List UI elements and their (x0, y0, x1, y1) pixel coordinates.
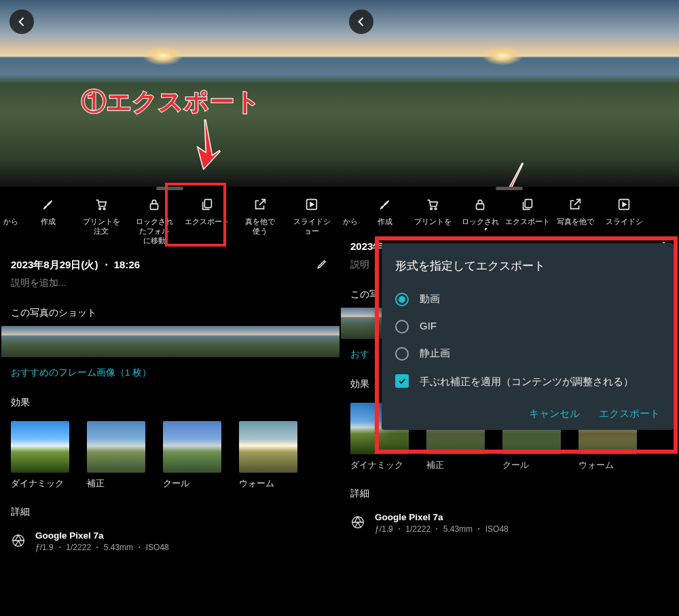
dialog-cancel-button[interactable]: キャンセル (529, 407, 580, 420)
toolbar-item-print[interactable]: プリントを 注文 (75, 193, 128, 245)
effects-section-title: 効果 (0, 379, 340, 416)
shots-strip[interactable] (0, 326, 340, 357)
radio-option-still[interactable]: 静止画 (395, 340, 660, 367)
date-text: 2023年8月29日(火) ・ 18:26 (11, 259, 140, 272)
effect-thumb (11, 421, 69, 473)
aperture-icon (350, 515, 365, 532)
toolbar-item-create[interactable]: 作成 (22, 193, 75, 245)
cart-icon (425, 197, 440, 212)
device-subline: ƒ/1.9 ・ 1/2222 ・ 5.43mm ・ ISO48 (375, 524, 509, 535)
open-in-icon (253, 197, 268, 212)
play-square-icon (617, 197, 631, 212)
shot-thumb[interactable] (327, 326, 340, 357)
radio-indicator (395, 347, 409, 361)
shot-thumb[interactable] (99, 326, 132, 357)
toolbar-item-locked[interactable]: ロックされ たフォル に移動 (128, 193, 181, 245)
details-section: 詳細 Google Pixel 7a ƒ/1.9 ・ 1/2222 ・ 5.43… (340, 471, 679, 535)
shot-thumb[interactable] (132, 326, 164, 357)
play-square-icon (304, 197, 319, 212)
toolbar-item-slideshow[interactable]: スライドシ ョー (287, 193, 337, 245)
shot-thumb[interactable] (1, 326, 34, 357)
export-format-dialog: 形式を指定してエクスポート 動画 GIF 静止画 手ぶれ補正を適用（コンテンツが… (382, 243, 674, 430)
lock-icon (147, 197, 162, 212)
shot-thumb[interactable] (67, 326, 99, 357)
toolbar-item-usein[interactable]: 写真を他で (551, 193, 599, 227)
radio-option-gif[interactable]: GIF (395, 313, 660, 340)
shot-thumb[interactable] (295, 326, 327, 357)
description-placeholder[interactable]: 説明を追加... (0, 273, 340, 289)
effect-enhance[interactable]: 補正 (87, 421, 145, 490)
toolbar-item-partial-left[interactable]: から (340, 193, 361, 227)
metadata-row: 2023年8月29日(火) ・ 18:26 (0, 257, 340, 273)
shot-thumb[interactable] (262, 326, 295, 357)
toolbar-item-partial-left[interactable]: から (0, 193, 22, 245)
radio-indicator-checked (395, 293, 409, 306)
details-title: 詳細 (350, 488, 668, 500)
device-name: Google Pixel 7a (375, 512, 509, 522)
cart-icon (94, 197, 109, 212)
dialog-actions: キャンセル エクスポート (395, 395, 660, 420)
checkbox-stabilize[interactable]: 手ぶれ補正を適用（コンテンツが調整される） (395, 367, 660, 395)
toolbar-item-slideshow[interactable]: スライドシ (599, 193, 649, 227)
effect-cool[interactable]: クール (163, 421, 221, 490)
shot-thumb[interactable] (230, 326, 262, 357)
toolbar-item-locked[interactable]: ロックされ (456, 193, 504, 227)
svg-point-0 (99, 208, 101, 210)
photo-preview (340, 0, 679, 187)
effect-thumb (239, 421, 297, 473)
recommended-frames-link[interactable]: おす (340, 339, 375, 361)
recommended-frames-link[interactable]: おすすめのフレーム画像（1 枚） (0, 357, 340, 379)
effect-thumb (163, 421, 221, 473)
radio-label: GIF (420, 320, 437, 331)
shot-thumb[interactable] (34, 326, 67, 357)
open-in-icon (568, 197, 583, 212)
details-section: 詳細 Google Pixel 7a ƒ/1.9 ・ 1/2222 ・ 5.43… (0, 490, 340, 554)
toolbar-item-export[interactable]: エクスポート (181, 193, 234, 245)
radio-label: 静止画 (420, 347, 450, 360)
device-row: Google Pixel 7a ƒ/1.9 ・ 1/2222 ・ 5.43mm … (11, 518, 329, 554)
pencil-icon (316, 257, 329, 270)
toolbar-item-print[interactable]: プリントを (409, 193, 456, 227)
shots-section-title: この写真のショット (0, 289, 340, 326)
sun-graphic (482, 46, 523, 65)
svg-rect-2 (151, 204, 158, 209)
radio-label: 動画 (420, 293, 440, 306)
copy-icon (520, 197, 535, 212)
lock-icon (473, 197, 488, 212)
effect-dynamic[interactable]: ダイナミック (11, 421, 69, 490)
device-name: Google Pixel 7a (35, 530, 169, 541)
effect-thumb (87, 421, 145, 473)
svg-point-7 (435, 208, 437, 210)
shot-thumb[interactable] (164, 326, 197, 357)
action-toolbar: から 作成 プリントを 注文 ロックされ たフォル に移動 エクスポート 真を他… (0, 190, 340, 247)
effect-warm[interactable]: ウォーム (239, 421, 297, 490)
toolbar-item-usein[interactable]: 真を他で 使う (234, 193, 287, 245)
screenshot-1: ①エクスポート から 作成 プリントを 注文 ロックされ たフォル に移動 (0, 0, 340, 616)
action-toolbar: から 作成 プリントを ロックされ エクスポート 写真を他で (340, 190, 679, 228)
edit-date-button[interactable] (316, 257, 329, 273)
dialog-export-button[interactable]: エクスポート (599, 407, 660, 420)
svg-rect-8 (477, 204, 484, 209)
svg-point-1 (103, 208, 105, 210)
device-subline: ƒ/1.9 ・ 1/2222 ・ 5.43mm ・ ISO48 (35, 542, 169, 554)
back-button[interactable] (10, 10, 34, 34)
sun-graphic (143, 46, 183, 65)
shot-thumb[interactable] (341, 308, 373, 339)
check-icon (397, 376, 407, 386)
arrow-left-icon (354, 15, 368, 29)
brush-icon (41, 197, 56, 212)
svg-rect-3 (204, 200, 211, 208)
copy-icon (200, 197, 215, 212)
screenshot-2: ②動画やGIFにできる から 作成 プリントを ロックされ (340, 0, 679, 616)
back-button[interactable] (349, 10, 373, 34)
toolbar-item-export[interactable]: エクスポート (504, 193, 551, 227)
checkbox-indicator-checked (395, 374, 409, 388)
toolbar-partial-label: から (3, 217, 18, 227)
radio-option-video[interactable]: 動画 (395, 286, 660, 313)
toolbar-item-create[interactable]: 作成 (361, 193, 409, 227)
device-row: Google Pixel 7a ƒ/1.9 ・ 1/2222 ・ 5.43mm … (350, 500, 668, 535)
svg-point-6 (430, 208, 433, 210)
effects-row: ダイナミック 補正 クール ウォーム (0, 416, 340, 490)
svg-rect-9 (525, 200, 532, 208)
shot-thumb[interactable] (197, 326, 230, 357)
